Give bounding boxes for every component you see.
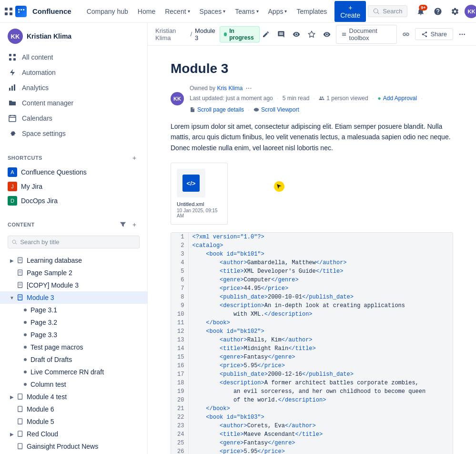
more-options-button[interactable] [456, 27, 468, 41]
tree-item-learning-database[interactable]: ▶ Learning database [0, 254, 147, 267]
read-time-info: 5 min read [283, 95, 310, 102]
sidebar-item-analytics[interactable]: Analytics [0, 80, 147, 95]
calendar-icon [8, 114, 17, 123]
star-button[interactable] [305, 27, 318, 41]
page-meta: KK Owned by Kris Klima ··· Last updated:… [171, 84, 453, 114]
page-icon [16, 405, 25, 413]
code-line: 6 <genre>Computer</genre> [171, 276, 453, 284]
add-shortcut-button[interactable]: + [129, 153, 140, 163]
svg-rect-11 [9, 115, 16, 122]
owner-link[interactable]: Kris Klima [217, 85, 243, 92]
shortcut-my-jira[interactable]: J My Jira [0, 179, 147, 194]
user-avatar[interactable]: KK [465, 5, 476, 18]
content-search-box[interactable] [8, 236, 140, 248]
tree-item-column-test[interactable]: ▶ Column test [0, 378, 147, 391]
nav-recent[interactable]: Recent ▾ [161, 6, 193, 17]
code-line: 1<?xml version="1.0"?> [171, 233, 453, 241]
confluence-logo[interactable] [15, 4, 27, 19]
viewers-info: 1 person viewed [319, 95, 368, 102]
code-line: 19 an evil sorceress, and her own childh… [171, 387, 453, 396]
sidebar-item-all-content[interactable]: All content [0, 50, 147, 65]
tree-item-test-page-macros[interactable]: ▶ Test page macros [0, 341, 147, 353]
sidebar-item-space-settings[interactable]: Space settings [0, 126, 147, 141]
approval-icon: ● [378, 95, 381, 102]
view-button[interactable] [290, 27, 303, 41]
tree-label: [COPY] Module 3 [27, 281, 140, 289]
search-bar[interactable]: Search [368, 5, 407, 17]
content-section-title: Content [8, 222, 35, 227]
svg-rect-7 [13, 58, 16, 61]
svg-rect-31 [18, 444, 22, 449]
tree-item-page-3-3[interactable]: ▶ Page 3.3 [0, 329, 147, 341]
sidebar-label-all-content: All content [22, 53, 53, 61]
status-badge[interactable]: In progress [220, 26, 260, 42]
add-approval-button[interactable]: ● Add Approval [378, 95, 417, 102]
tree-label: Page 3.3 [30, 331, 140, 339]
code-line: 9 <description>An in-depth look at creat… [171, 301, 453, 310]
settings-button[interactable] [447, 4, 463, 19]
shortcut-confluence-questions[interactable]: A Confluence Questions [0, 165, 147, 179]
sidebar-user-avatar: KK [8, 29, 23, 44]
attachment-card[interactable]: </> Untitled.xml 10 Jan 2025, 09:15 AM [171, 163, 228, 225]
share-button[interactable]: Share [415, 28, 453, 40]
tree-item-live-commerce[interactable]: ▶ Live Commerce RN draft [0, 366, 147, 378]
tree-label-active: Module 3 [27, 294, 140, 301]
nav-home[interactable]: Home [134, 6, 159, 17]
svg-point-36 [326, 33, 328, 35]
svg-rect-6 [9, 58, 11, 61]
code-line: 26 <price>5.95</price> [171, 447, 453, 454]
copy-link-button[interactable] [400, 27, 412, 41]
toolbar-right: Document toolbox Share [260, 25, 468, 44]
sidebar-item-calendars[interactable]: Calendars [0, 111, 147, 126]
scroll-page-details-button[interactable]: Scroll page details [190, 106, 244, 113]
shortcut-docops-jira[interactable]: D DocOps Jira [0, 194, 147, 208]
tree-item-page-3-2[interactable]: ▶ Page 3.2 [0, 316, 147, 329]
tree-item-red-cloud[interactable]: ▶ Red Cloud [0, 428, 147, 440]
tree-item-module-3[interactable]: ▼ Module 3 [0, 291, 147, 304]
sidebar-item-content-manager[interactable]: Content manager [0, 95, 147, 111]
tree-item-copy-module-3[interactable]: ▶ [COPY] Module 3 [0, 279, 147, 291]
nav-apps[interactable]: Apps ▾ [264, 6, 291, 17]
edit-button[interactable] [260, 27, 272, 41]
last-updated-info: Last updated: just a moment ago [190, 95, 273, 102]
code-line: 13 <author>Ralls, Kim</author> [171, 336, 453, 344]
svg-rect-3 [10, 12, 12, 15]
confluence-label[interactable]: Confluence [29, 7, 75, 15]
owner-options-button[interactable]: ··· [245, 84, 252, 93]
app-grid-icon[interactable] [4, 4, 13, 19]
watch-button[interactable] [321, 27, 333, 41]
tree-item-page-3-1[interactable]: ▶ Page 3.1 [0, 304, 147, 316]
tree-item-module-4-test[interactable]: ▶ Module 4 test [0, 391, 147, 403]
document-toolbox-button[interactable]: Document toolbox [336, 25, 397, 44]
nav-teams[interactable]: Teams ▾ [231, 6, 262, 17]
sidebar-label-calendars: Calendars [22, 114, 52, 122]
filter-content-button[interactable] [118, 219, 128, 230]
add-content-button[interactable]: + [129, 219, 140, 230]
nav-company-hub[interactable]: Company hub [83, 6, 132, 17]
tree-label: Module 4 test [27, 393, 140, 401]
tree-item-module-6[interactable]: ▶ Module 6 [0, 403, 147, 415]
code-line: 8 <publish_date>2000-10-01</publish_date… [171, 293, 453, 301]
svg-rect-4 [9, 54, 11, 56]
create-button[interactable]: + Create [334, 1, 366, 22]
sidebar-user-header[interactable]: KK Kristian Klima [0, 23, 147, 50]
content-search-input[interactable] [20, 238, 135, 246]
code-line: 11 </book> [171, 319, 453, 327]
sidebar-item-automation[interactable]: Automation [0, 65, 147, 80]
code-line: 5 <title>XML Developer's Guide</title> [171, 267, 453, 276]
notifications-button[interactable]: 9+ [413, 4, 428, 19]
comment-button[interactable] [275, 27, 287, 41]
meta-info-row: Last updated: just a moment ago · 5 min … [190, 94, 453, 114]
tree-item-module-5[interactable]: ▶ Module 5 [0, 415, 147, 428]
scroll-viewport-button[interactable]: Scroll Viewport [253, 106, 299, 113]
tree-item-gainsight[interactable]: ▶ Gainsight Product News [0, 440, 147, 453]
svg-rect-9 [11, 86, 13, 91]
help-button[interactable] [430, 4, 446, 19]
tree-item-page-sample-2[interactable]: ▶ Page Sample 2 [0, 267, 147, 279]
breadcrumb-parent-link[interactable]: Kristian Klima [155, 27, 187, 41]
sidebar-user-name: Kristian Klima [27, 32, 71, 40]
nav-templates[interactable]: Templates [293, 6, 331, 17]
sidebar-label-analytics: Analytics [22, 84, 49, 92]
nav-spaces[interactable]: Spaces ▾ [196, 6, 230, 17]
tree-item-draft-of-drafts[interactable]: ▶ Draft of Drafts [0, 353, 147, 366]
